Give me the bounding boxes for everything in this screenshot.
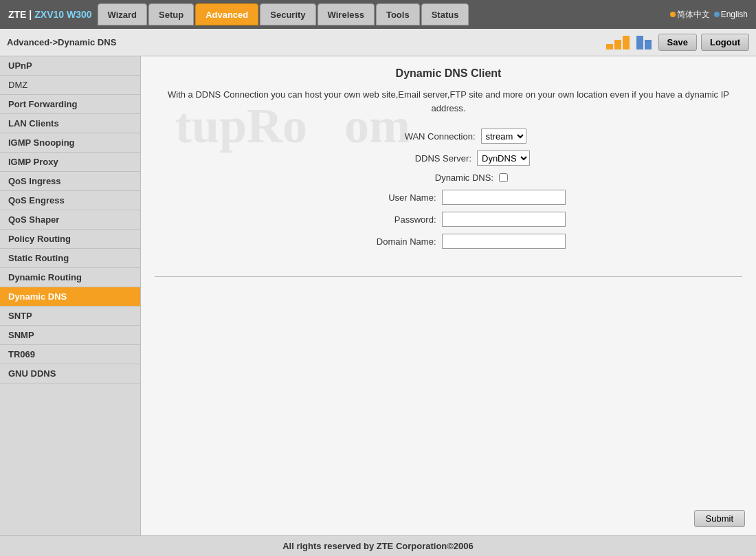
sidebar-item-snmp[interactable]: SNMP (0, 326, 140, 345)
wan-connection-control: stream (481, 129, 526, 144)
ddns-server-select[interactable]: DynDNS (477, 151, 530, 166)
dynamic-dns-control (499, 173, 508, 182)
sidebar-item-qos-shaper[interactable]: QoS Shaper (0, 210, 140, 230)
logout-button[interactable]: Logout (701, 34, 749, 51)
status-bar-4 (636, 36, 643, 49)
username-control (442, 190, 566, 205)
breadcrumb-actions: Save Logout (606, 34, 749, 51)
sidebar: UPnP DMZ Port Forwarding LAN Clients IGM… (0, 56, 141, 535)
tab-security[interactable]: Security (260, 3, 315, 25)
top-nav: ZTE | ZXV10 W300 Wizard Setup Advanced S… (0, 0, 756, 29)
lang-chinese-label: 简体中文 (677, 9, 710, 21)
lang-english[interactable]: English (714, 10, 748, 19)
wan-connection-label: WAN Connection: (371, 131, 481, 142)
sidebar-item-dmz[interactable]: DMZ (0, 76, 140, 95)
username-label: User Name: (332, 192, 442, 203)
sidebar-item-gnu-ddns[interactable]: GNU DDNS (0, 364, 140, 383)
brand-model: ZXV10 W300 (34, 9, 91, 20)
password-input[interactable] (442, 212, 566, 227)
wan-connection-row: WAN Connection: stream (155, 129, 742, 144)
sidebar-item-igmp-snooping[interactable]: IGMP Snooping (0, 133, 140, 153)
page-body: tupRo om Dynamic DNS Client With a DDNS … (141, 56, 756, 535)
password-control (442, 212, 566, 227)
lang-section: 简体中文 English (665, 9, 753, 21)
ddns-server-row: DDNS Server: DynDNS (155, 151, 742, 166)
tab-status[interactable]: Status (421, 3, 469, 25)
password-row: Password: (155, 212, 742, 227)
sidebar-item-upnp[interactable]: UPnP (0, 56, 140, 76)
brand-zte: ZTE | (8, 9, 32, 20)
dynamic-dns-row: Dynamic DNS: (155, 173, 742, 183)
form-area: WAN Connection: stream DDNS Server: DynD… (155, 129, 742, 249)
page-description: With a DDNS Connection you can host your… (155, 88, 742, 115)
lang-dot-english (714, 12, 720, 17)
footer: All rights reserved by ZTE Corporation©2… (0, 535, 756, 556)
lang-chinese[interactable]: 简体中文 (670, 9, 710, 21)
nav-tabs: Wizard Setup Advanced Security Wireless … (98, 3, 665, 25)
submit-area: Submit (694, 510, 745, 527)
sidebar-item-lan-clients[interactable]: LAN Clients (0, 114, 140, 133)
username-row: User Name: (155, 190, 742, 205)
status-bar-1 (606, 44, 613, 49)
password-label: Password: (332, 214, 442, 225)
sidebar-item-tr069[interactable]: TR069 (0, 345, 140, 364)
sidebar-item-qos-ingress[interactable]: QoS Ingress (0, 172, 140, 191)
domain-name-row: Domain Name: (155, 234, 742, 249)
footer-text: All rights reserved by ZTE Corporation©2… (282, 541, 474, 551)
status-bar-5 (645, 40, 652, 49)
sidebar-item-port-forwarding[interactable]: Port Forwarding (0, 95, 140, 114)
tab-tools[interactable]: Tools (376, 3, 420, 25)
wan-connection-select[interactable]: stream (481, 129, 526, 144)
sidebar-item-igmp-proxy[interactable]: IGMP Proxy (0, 153, 140, 172)
status-bar-3 (623, 36, 630, 49)
save-button[interactable]: Save (658, 34, 697, 51)
sidebar-item-policy-routing[interactable]: Policy Routing (0, 230, 140, 249)
sidebar-item-qos-engress[interactable]: QoS Engress (0, 191, 140, 210)
breadcrumb-bar: Advanced->Dynamic DNS Save Logout (0, 29, 756, 56)
tab-wireless[interactable]: Wireless (318, 3, 375, 25)
lang-english-label: English (721, 10, 748, 19)
page-divider (155, 276, 742, 277)
status-bar-2 (614, 40, 621, 49)
brand: ZTE | ZXV10 W300 (3, 9, 98, 20)
sidebar-item-dynamic-routing[interactable]: Dynamic Routing (0, 268, 140, 287)
sidebar-item-static-routing[interactable]: Static Routing (0, 249, 140, 268)
page-title: Dynamic DNS Client (155, 67, 742, 80)
ddns-server-label: DDNS Server: (367, 153, 477, 164)
lang-dot-chinese (670, 12, 676, 17)
main-content: UPnP DMZ Port Forwarding LAN Clients IGM… (0, 56, 756, 535)
username-input[interactable] (442, 190, 566, 205)
submit-button[interactable]: Submit (694, 510, 745, 527)
tab-setup[interactable]: Setup (148, 3, 194, 25)
status-bars (606, 36, 652, 49)
ddns-server-control: DynDNS (477, 151, 530, 166)
sidebar-item-sntp[interactable]: SNTP (0, 307, 140, 326)
tab-advanced[interactable]: Advanced (195, 3, 258, 25)
dynamic-dns-label: Dynamic DNS: (389, 173, 499, 183)
domain-name-label: Domain Name: (332, 236, 442, 247)
dynamic-dns-checkbox[interactable] (499, 173, 508, 182)
domain-name-input[interactable] (442, 234, 566, 249)
tab-wizard[interactable]: Wizard (98, 3, 148, 25)
sidebar-item-dynamic-dns[interactable]: Dynamic DNS (0, 287, 140, 307)
domain-name-control (442, 234, 566, 249)
breadcrumb-text: Advanced->Dynamic DNS (7, 37, 116, 47)
